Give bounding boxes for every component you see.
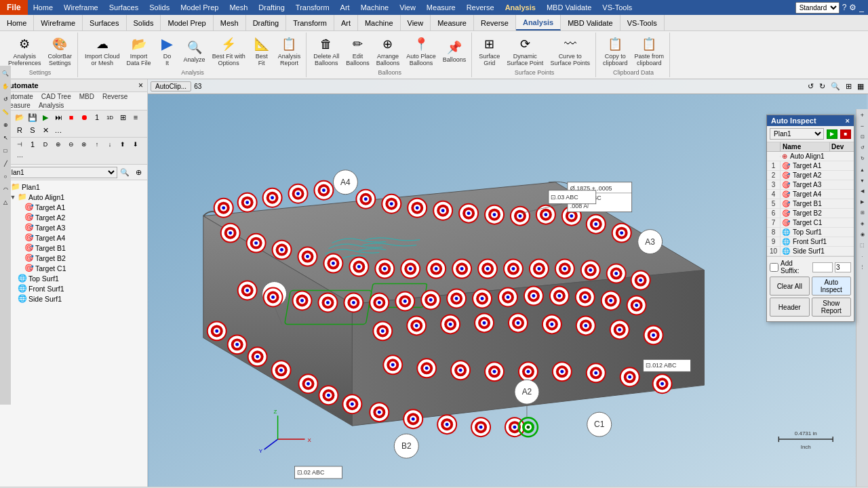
tree-target-a4[interactable]: 🎯 Target A4 (1, 232, 146, 243)
ai-row-10[interactable]: 10 🌐 Side Surf1 (767, 247, 854, 256)
menu-machine[interactable]: Machine (355, 0, 395, 15)
tree-side-surf1[interactable]: 🌐 Side Surf1 (1, 293, 146, 304)
tree-target-c1[interactable]: 🎯 Target C1 (1, 263, 146, 273)
tab-mbd-left[interactable]: MBD (75, 92, 98, 101)
analysis-preferences-btn[interactable]: ⚙ AnalysisPreferences (5, 33, 44, 68)
menu-reverse[interactable]: Reverse (461, 0, 500, 15)
import-cloud-btn[interactable]: ☁ Import Cloudor Mesh (82, 33, 123, 68)
rt-view3[interactable]: ▲ (858, 165, 867, 174)
at-t8[interactable]: ↑ (91, 138, 103, 150)
lt-box[interactable]: □ (0, 144, 12, 157)
tab-machine[interactable]: Machine (358, 15, 401, 30)
tab-wireframe[interactable]: Wireframe (34, 15, 83, 30)
analysis-report-btn[interactable]: 📋 AnalysisReport (275, 33, 304, 68)
ai-row-5[interactable]: 5 🎯 Target B1 (767, 199, 854, 209)
ai-clear-all-btn[interactable]: Clear All (770, 277, 810, 296)
lt-line[interactable]: ╱ (0, 157, 12, 169)
ai-suffix-num[interactable]: 3 (835, 262, 851, 272)
arrange-balloons-btn[interactable]: ⊕ ArrangeBalloons (374, 33, 403, 68)
at-t11[interactable]: ⬇ (130, 138, 142, 150)
lt-zoom[interactable]: 🔍 (0, 67, 12, 79)
menu-view[interactable]: View (394, 0, 421, 15)
lt-select[interactable]: ↖ (0, 131, 12, 144)
edit-balloons-btn[interactable]: ✏ EditBalloons (343, 33, 372, 68)
tree-top-surf1[interactable]: 🌐 Top Surf1 (1, 273, 146, 283)
rt-render[interactable]: ◈ (858, 219, 867, 228)
at-t4[interactable]: D (39, 138, 52, 150)
lt-point[interactable]: ⊕ (0, 119, 12, 131)
surface-grid-btn[interactable]: ⊞ SurfaceGrid (476, 33, 502, 68)
tree-plan1[interactable]: ▼ 📁 Plan1 (1, 182, 146, 192)
colorbar-settings-btn[interactable]: 🎨 ColorBarSettings (45, 33, 75, 68)
at-t2[interactable]: ⊣ (14, 138, 26, 150)
rt-view5[interactable]: ◀ (858, 186, 867, 196)
at-1[interactable]: 1 (91, 111, 103, 123)
ai-add-suffix-checkbox[interactable] (770, 263, 778, 272)
best-fit-btn[interactable]: 📐 BestFit (250, 33, 274, 68)
ai-plan-select[interactable]: Plan1 (770, 128, 824, 140)
ai-header-btn[interactable]: Header (770, 298, 810, 317)
tab-modelprep[interactable]: Model Prep (161, 15, 213, 30)
lt-arc[interactable]: ◠ (0, 183, 12, 195)
delete-all-balloons-btn[interactable]: 🗑 Delete AllBalloons (311, 33, 342, 68)
tab-vstools[interactable]: VS-Tools (620, 15, 665, 30)
menu-art[interactable]: Art (335, 0, 355, 15)
at-play[interactable]: ▶ (39, 111, 52, 123)
tab-reverse[interactable]: Reverse (474, 15, 516, 30)
tree-target-b2[interactable]: 🎯 Target B2 (1, 253, 146, 263)
tree-target-a2[interactable]: 🎯 Target A2 (1, 212, 146, 222)
vp-icon-5[interactable]: ▦ (856, 82, 865, 91)
help-icon[interactable]: ? (842, 3, 847, 12)
ai-row-3[interactable]: 3 🎯 Target A3 (767, 180, 854, 190)
close-panel-btn[interactable]: × (138, 81, 143, 90)
balloons-btn[interactable]: 📌 Balloons (440, 37, 469, 65)
menu-wireframe[interactable]: Wireframe (58, 0, 104, 15)
ai-row-6[interactable]: 6 🎯 Target B2 (767, 209, 854, 218)
menu-home[interactable]: Home (28, 0, 58, 15)
rt-wire[interactable]: ⬚ (858, 241, 867, 250)
rt-shading[interactable]: ◉ (858, 230, 867, 239)
auto-place-btn[interactable]: 📍 Auto PlaceBalloons (403, 33, 439, 68)
dynamic-surface-btn[interactable]: ⟳ DynamicSurface Point (504, 33, 546, 68)
rt-point[interactable]: · (858, 251, 867, 261)
viewport[interactable]: AutoClip... 63 ↺ ↻ 🔍 ⊞ ▦ (148, 79, 868, 487)
rt-view1[interactable]: ↺ (858, 143, 867, 152)
at-open[interactable]: 📂 (14, 111, 26, 123)
menu-modelprep[interactable]: Model Prep (175, 0, 224, 15)
ai-stop-btn[interactable]: ■ (840, 129, 851, 139)
tab-mesh[interactable]: Mesh (214, 15, 246, 30)
rt-fit[interactable]: ⊡ (858, 132, 867, 142)
lt-measure[interactable]: 📏 (0, 106, 12, 118)
standard-dropdown[interactable]: Standard (795, 2, 840, 14)
paste-clipboard-btn[interactable]: 📋 Paste fromclipboard (631, 33, 667, 68)
lt-rotate[interactable]: ↺ (0, 93, 12, 105)
tree-autoalign1[interactable]: ▼ 📁 Auto Align1 (1, 192, 146, 202)
tab-reverse-left[interactable]: Reverse (98, 92, 132, 101)
minimize-icon[interactable]: _ (859, 3, 864, 12)
tab-transform[interactable]: Transform (286, 15, 334, 30)
tab-surfaces[interactable]: Surfaces (83, 15, 126, 30)
at-t10[interactable]: ⬆ (117, 138, 129, 150)
at-t3[interactable]: 1 (26, 138, 39, 150)
at-t6[interactable]: ⊖ (65, 138, 77, 150)
ai-suffix-input[interactable] (812, 262, 833, 272)
tab-analysis[interactable]: Analysis (516, 15, 561, 30)
menu-vstools[interactable]: VS-Tools (597, 0, 637, 15)
at-grid[interactable]: ⊞ (117, 111, 129, 123)
autoclipper-btn[interactable]: AutoClip... (151, 81, 191, 92)
at-cross[interactable]: ✕ (39, 124, 52, 136)
ai-close-btn[interactable]: × (846, 117, 850, 125)
rt-view4[interactable]: ▼ (858, 176, 867, 185)
rt-more2[interactable]: ⋮ (858, 262, 867, 272)
menu-solids[interactable]: Solids (144, 0, 175, 15)
ai-row-4[interactable]: 4 🎯 Target A4 (767, 190, 854, 199)
plan-dropdown[interactable]: Plan1 (3, 167, 117, 178)
at-more[interactable]: … (52, 124, 64, 136)
at-stop[interactable]: ■ (65, 111, 77, 123)
copy-clipboard-btn[interactable]: 📋 Copy toclipboard (600, 33, 631, 68)
ai-row-9[interactable]: 9 🌐 Front Surf1 (767, 237, 854, 247)
ai-row-7[interactable]: 7 🎯 Target C1 (767, 218, 854, 228)
lt-circle[interactable]: ○ (0, 170, 12, 182)
at-t5[interactable]: ⊕ (52, 138, 64, 150)
file-menu[interactable]: File (0, 0, 28, 15)
